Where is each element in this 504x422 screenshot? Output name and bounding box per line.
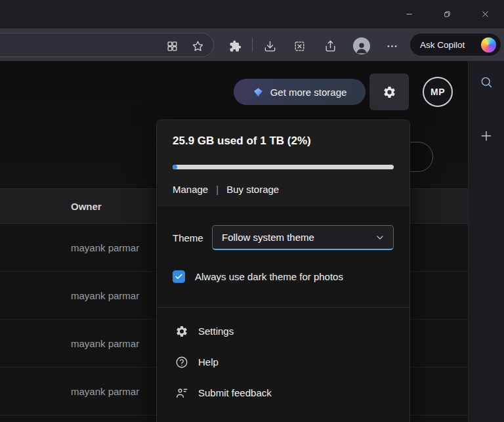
storage-progress-fill — [173, 165, 177, 169]
plus-icon — [480, 129, 493, 142]
buy-storage-link[interactable]: Buy storage — [226, 184, 279, 195]
menu-item-label: Settings — [198, 326, 234, 337]
storage-progress-bar — [173, 165, 394, 169]
more-options-icon — [386, 40, 398, 53]
menu-item-settings[interactable]: Settings — [173, 316, 394, 347]
window-titlebar — [0, 0, 504, 28]
apps-grid-icon — [166, 40, 178, 53]
share-icon — [324, 40, 337, 53]
favorites-star-icon — [192, 40, 204, 53]
browser-toolbar: Ask Copilot — [0, 28, 504, 61]
help-icon — [175, 356, 188, 369]
edge-sidebar — [468, 61, 504, 422]
favorites-button[interactable] — [187, 35, 208, 56]
restore-button[interactable] — [428, 0, 466, 28]
ask-copilot-button[interactable]: Ask Copilot — [410, 33, 501, 56]
restore-icon — [443, 10, 452, 18]
minimize-button[interactable] — [390, 0, 428, 28]
close-icon — [481, 10, 490, 18]
search-icon — [480, 75, 493, 89]
owner-header-label: Owner — [71, 201, 102, 212]
settings-gear-button[interactable] — [369, 74, 409, 110]
dark-theme-checkbox-row[interactable]: Always use dark theme for photos — [173, 270, 394, 283]
settings-menu: Settings Help Submit feedback — [173, 316, 394, 408]
extensions-icon — [229, 40, 242, 53]
menu-item-help[interactable]: Help — [173, 347, 394, 377]
theme-label: Theme — [173, 232, 203, 243]
copilot-icon — [481, 37, 496, 53]
minimize-icon — [405, 10, 413, 18]
theme-dropdown[interactable]: Follow system theme — [212, 225, 394, 250]
chevron-down-icon — [375, 232, 385, 243]
toolbar-divider — [252, 37, 253, 52]
get-more-storage-button[interactable]: Get more storage — [234, 79, 366, 105]
dark-theme-checkbox[interactable] — [173, 270, 185, 283]
extensions-button[interactable] — [224, 35, 245, 56]
settings-section: Theme Follow system theme Always use dar… — [157, 225, 410, 408]
feedback-icon — [175, 387, 188, 400]
download-icon — [264, 40, 276, 53]
profile-avatar-icon — [354, 40, 369, 54]
avatar-initials: MP — [430, 87, 445, 97]
theme-dropdown-value: Follow system theme — [222, 232, 314, 243]
menu-item-label: Help — [198, 356, 219, 368]
menu-item-label: Submit feedback — [198, 387, 272, 398]
share-button[interactable] — [320, 35, 341, 56]
downloads-button[interactable] — [259, 35, 280, 56]
diamond-icon — [253, 87, 264, 98]
storage-section: 25.9 GB used of 1 TB (2%) Manage | Buy s… — [157, 120, 410, 207]
close-button[interactable] — [466, 0, 504, 28]
more-options-button[interactable] — [381, 35, 402, 56]
storage-links: Manage | Buy storage — [173, 184, 394, 195]
checkbox-check-icon — [175, 272, 183, 281]
gear-icon — [383, 85, 396, 99]
apps-grid-button[interactable] — [161, 35, 182, 56]
owner-cell: mayank parmar — [71, 338, 139, 349]
owner-cell: mayank parmar — [71, 290, 139, 301]
panel-divider — [157, 307, 410, 308]
links-separator: | — [216, 184, 219, 195]
manage-link[interactable]: Manage — [173, 184, 208, 195]
browser-window: Ask Copilot Get more storage MP Owner ma… — [0, 0, 504, 422]
owner-cell: mayank parmar — [71, 386, 139, 397]
storage-usage-text: 25.9 GB used of 1 TB (2%) — [173, 135, 394, 148]
settings-flyout: 25.9 GB used of 1 TB (2%) Manage | Buy s… — [156, 119, 410, 422]
ask-copilot-label: Ask Copilot — [420, 40, 465, 50]
menu-item-submit-feedback[interactable]: Submit feedback — [173, 377, 394, 408]
browser-profile-button[interactable] — [353, 37, 370, 54]
sidebar-add-button[interactable] — [474, 124, 498, 148]
account-avatar[interactable]: MP — [423, 77, 453, 107]
get-more-storage-label: Get more storage — [270, 87, 347, 98]
sidebar-search-button[interactable] — [474, 70, 498, 94]
theme-row: Theme Follow system theme — [173, 225, 394, 250]
web-capture-button[interactable] — [289, 35, 310, 56]
gear-icon — [175, 325, 188, 338]
owner-cell: mayank parmar — [71, 242, 139, 253]
dark-theme-checkbox-label: Always use dark theme for photos — [195, 271, 343, 282]
web-capture-icon — [293, 40, 306, 53]
